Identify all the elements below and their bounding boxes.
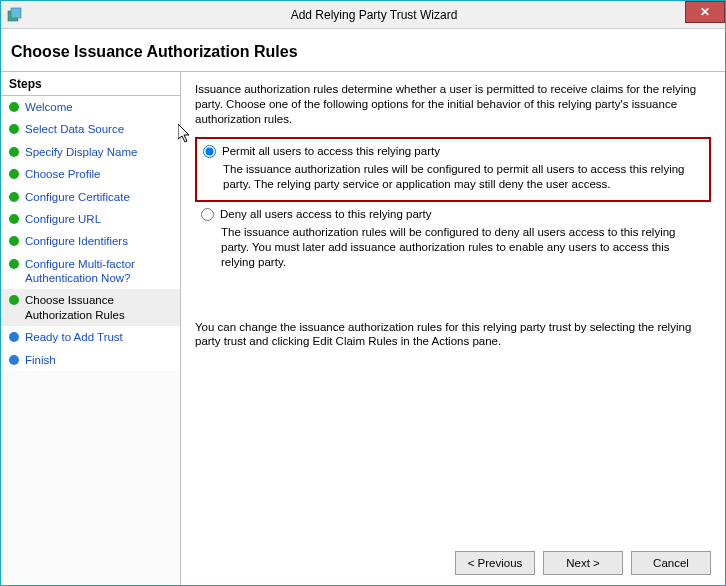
option-permit-desc: The issuance authorization rules will be… [223,162,701,192]
step-10[interactable]: Finish [1,349,180,371]
option-deny-label: Deny all users access to this relying pa… [220,208,432,220]
step-label: Finish [25,353,174,367]
step-3[interactable]: Choose Profile [1,163,180,185]
intro-text: Issuance authorization rules determine w… [195,82,711,127]
option-permit[interactable]: Permit all users to access this relying … [195,137,711,202]
main-panel: Issuance authorization rules determine w… [181,72,725,585]
button-bar: < Previous Next > Cancel [455,551,711,575]
window-title: Add Relying Party Trust Wizard [23,8,725,22]
page-heading: Choose Issuance Authorization Rules [1,29,725,71]
step-label: Choose Issuance Authorization Rules [25,293,174,322]
step-9[interactable]: Ready to Add Trust [1,326,180,348]
step-1[interactable]: Select Data Source [1,118,180,140]
step-bullet-icon [9,124,19,134]
step-label: Specify Display Name [25,145,174,159]
step-label: Configure Multi-factor Authentication No… [25,257,174,286]
step-bullet-icon [9,355,19,365]
step-bullet-icon [9,236,19,246]
svg-rect-1 [11,8,21,18]
radio-deny[interactable] [201,208,214,221]
step-0[interactable]: Welcome [1,96,180,118]
step-bullet-icon [9,259,19,269]
step-5[interactable]: Configure URL [1,208,180,230]
step-bullet-icon [9,214,19,224]
step-bullet-icon [9,102,19,112]
step-4[interactable]: Configure Certificate [1,186,180,208]
titlebar: Add Relying Party Trust Wizard ✕ [1,1,725,29]
step-label: Configure Certificate [25,190,174,204]
radio-permit[interactable] [203,145,216,158]
cancel-button[interactable]: Cancel [631,551,711,575]
step-7[interactable]: Configure Multi-factor Authentication No… [1,253,180,290]
step-bullet-icon [9,295,19,305]
step-label: Configure URL [25,212,174,226]
next-button[interactable]: Next > [543,551,623,575]
step-6[interactable]: Configure Identifiers [1,230,180,252]
step-bullet-icon [9,192,19,202]
previous-button[interactable]: < Previous [455,551,535,575]
steps-title: Steps [1,72,180,96]
option-deny[interactable]: Deny all users access to this relying pa… [195,202,711,278]
step-8: Choose Issuance Authorization Rules [1,289,180,326]
option-permit-label: Permit all users to access this relying … [222,145,440,157]
wizard-window: Add Relying Party Trust Wizard ✕ Choose … [0,0,726,586]
step-label: Welcome [25,100,174,114]
steps-sidebar: Steps WelcomeSelect Data SourceSpecify D… [1,72,181,585]
step-label: Choose Profile [25,167,174,181]
step-2[interactable]: Specify Display Name [1,141,180,163]
app-icon [7,7,23,23]
step-label: Select Data Source [25,122,174,136]
step-bullet-icon [9,169,19,179]
step-bullet-icon [9,332,19,342]
options-group: Permit all users to access this relying … [195,137,711,278]
step-label: Configure Identifiers [25,234,174,248]
step-label: Ready to Add Trust [25,330,174,344]
option-deny-desc: The issuance authorization rules will be… [221,225,703,270]
step-bullet-icon [9,147,19,157]
wizard-body: Steps WelcomeSelect Data SourceSpecify D… [1,71,725,585]
close-icon: ✕ [700,5,710,19]
close-button[interactable]: ✕ [685,1,725,23]
footer-note: You can change the issuance authorizatio… [195,320,711,350]
